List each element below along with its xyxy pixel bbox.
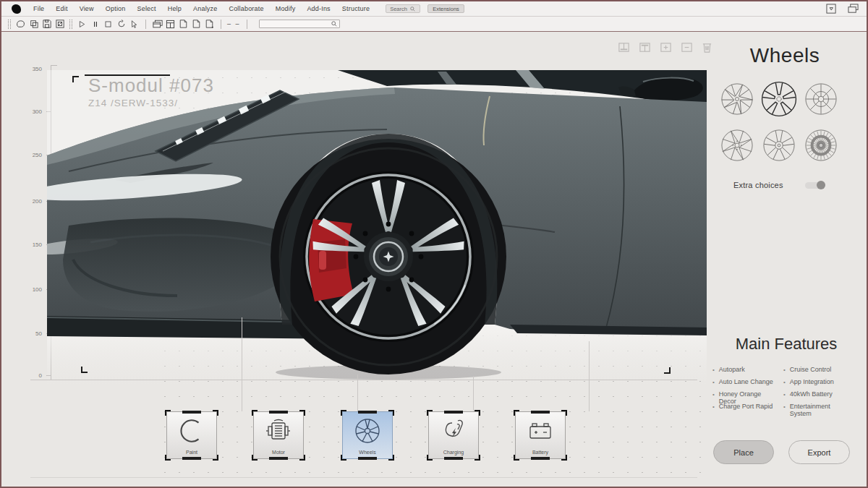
rotate-icon[interactable] [116, 19, 127, 30]
menu-collaborate[interactable]: Collaborate [223, 5, 269, 12]
cascade-windows-icon[interactable] [847, 4, 859, 14]
menu-analyze[interactable]: Analyze [187, 5, 223, 12]
stop-icon[interactable] [103, 19, 114, 30]
cascade-icon[interactable] [152, 19, 163, 30]
menu-help[interactable]: Help [162, 5, 187, 12]
card-handle[interactable] [182, 411, 201, 414]
bullet-icon: • [783, 403, 786, 410]
menu-structure[interactable]: Structure [336, 5, 375, 12]
dash-tool[interactable]: – – [227, 20, 241, 27]
menubar-search-input[interactable]: Search [386, 4, 420, 13]
wheel-option-five-spoke-star[interactable] [761, 81, 797, 120]
card-handle[interactable] [358, 457, 377, 460]
main-features-title: Main Features [714, 335, 859, 354]
window-grid-icon[interactable] [165, 19, 176, 30]
app-logo-icon[interactable] [12, 4, 21, 14]
axis-label: 150 [26, 241, 42, 248]
menu-select[interactable]: Select [132, 5, 162, 12]
menu-file[interactable]: File [27, 5, 50, 12]
features-list: •Autopark •Auto Lane Change •Honey Orang… [712, 366, 847, 415]
toggle-knob[interactable] [817, 181, 825, 189]
page-icon[interactable] [178, 19, 189, 30]
page-icon[interactable] [191, 19, 202, 30]
charging-plug-icon [429, 415, 478, 447]
save-icon[interactable] [41, 19, 52, 30]
wheel-option-five-spoke-classic[interactable] [762, 129, 796, 165]
card-battery[interactable]: Battery [515, 411, 566, 459]
guide-vline [242, 317, 242, 411]
card-label: Paint [167, 450, 216, 455]
main-area: 350 300 250 200 150 100 50 0 [1, 34, 867, 487]
toolbar-grip [8, 20, 11, 29]
extra-choices-toggle[interactable] [805, 182, 825, 189]
dropdown-window-icon[interactable] [826, 4, 837, 14]
axis-label: 300 [26, 108, 42, 115]
menu-addins[interactable]: Add-Ins [301, 5, 336, 12]
place-button[interactable]: Place [713, 440, 774, 464]
menu-bar: File Edit View Option Select Help Analyz… [1, 1, 867, 17]
app-window: File Edit View Option Select Help Analyz… [0, 0, 868, 488]
menu-option[interactable]: Option [100, 5, 132, 12]
page-new-icon[interactable] [204, 19, 215, 30]
toolbar-separator [145, 20, 146, 29]
toolbar-search-input[interactable] [259, 20, 340, 28]
selection-corner-br[interactable] [664, 367, 671, 374]
cursor-icon[interactable] [129, 19, 140, 30]
feature-item: •Honey Orange Decor [712, 390, 776, 403]
bullet-icon: • [783, 391, 786, 398]
insert-down-icon[interactable] [618, 41, 630, 54]
tool-bar: – – [1, 17, 867, 31]
extra-choices-label: Extra choices [733, 181, 783, 189]
pause-icon[interactable] [90, 19, 101, 30]
selection-corner-tl[interactable] [72, 76, 79, 82]
card-handle[interactable] [269, 411, 288, 414]
toolbar-separator [221, 20, 221, 29]
paint-crescent-icon [167, 415, 216, 447]
copy-icon[interactable] [28, 19, 39, 30]
zoom-in-icon[interactable] [660, 41, 672, 54]
export-button[interactable]: Export [788, 440, 850, 464]
menu-modify[interactable]: Modify [270, 5, 302, 12]
feature-item: •App Integration [783, 378, 847, 390]
guide-vline [589, 341, 590, 411]
card-wheels[interactable]: Wheels [342, 411, 393, 459]
car-image [47, 70, 707, 385]
card-label: Charging [429, 450, 478, 455]
card-handle[interactable] [531, 411, 550, 414]
save-as-icon[interactable] [54, 19, 65, 30]
play-icon[interactable] [77, 19, 88, 30]
export-label: Export [808, 448, 831, 457]
card-handle[interactable] [358, 411, 377, 414]
wheel-option-cross-spoke[interactable] [720, 82, 754, 119]
guide-vline [473, 376, 474, 411]
brake-caliper [309, 219, 354, 301]
toolbar-separator [247, 20, 247, 29]
card-handle[interactable] [444, 411, 463, 414]
trash-icon[interactable] [702, 41, 712, 54]
feature-item: •40kWh Battery [783, 390, 847, 403]
ruler-cap [51, 65, 57, 66]
axis-label: 200 [26, 198, 42, 205]
guide-vline [357, 374, 358, 411]
card-paint[interactable]: Paint [166, 411, 217, 459]
card-handle[interactable] [444, 457, 463, 460]
lasso-icon[interactable] [15, 19, 26, 30]
canvas-title-block: S-modul #073 Z14 /SERW-1533/ [88, 74, 214, 108]
card-motor[interactable]: Motor [253, 411, 304, 459]
card-handle[interactable] [531, 457, 550, 460]
axis-label: 50 [26, 330, 42, 337]
insert-up-icon[interactable] [639, 41, 651, 54]
selection-corner-bl[interactable] [81, 367, 88, 373]
axis-label: 100 [26, 286, 42, 293]
menu-edit[interactable]: Edit [50, 5, 73, 12]
extensions-button[interactable]: Extensions [427, 4, 464, 13]
wheel-option-sport-cross[interactable] [720, 129, 754, 165]
card-handle[interactable] [182, 457, 201, 460]
wheel-option-turbine-mesh[interactable] [804, 129, 838, 165]
wheel-option-eight-spoke-ring[interactable] [804, 82, 838, 119]
card-charging[interactable]: Charging [428, 411, 479, 459]
card-label: Motor [254, 450, 303, 455]
card-handle[interactable] [269, 457, 288, 460]
menu-view[interactable]: View [74, 5, 100, 12]
zoom-out-icon[interactable] [681, 41, 693, 54]
